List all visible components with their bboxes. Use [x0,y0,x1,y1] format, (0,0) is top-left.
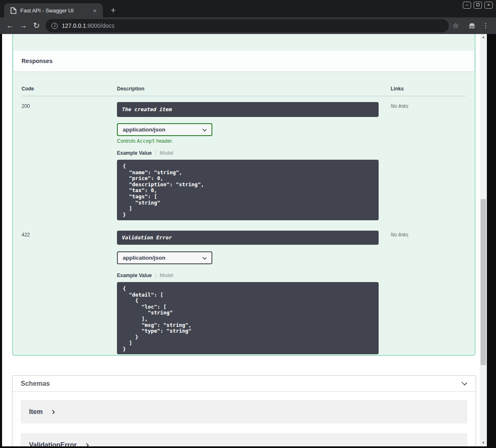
column-header-code: Code [22,86,117,92]
maximize-button[interactable] [474,2,482,9]
example-json-code: { "detail": [ { "loc": [ "string" ], "ms… [123,286,379,353]
media-type-select[interactable]: application/json [117,251,212,264]
response-row-422: 422 Validation Error application/json Ex… [22,225,466,354]
titlebar: Fast API - Swagger UI × + – × [0,0,496,17]
example-json-code: { "name": "string", "price": 0, "descrip… [123,163,379,218]
browser-window: Fast API - Swagger UI × + – × ← → ↻ i 12… [0,0,496,448]
maximize-icon [477,3,479,6]
response-code: 422 [22,231,117,354]
post-opblock: Responses Code Description Links 200 The… [12,34,475,355]
address-bar[interactable]: i 127.0.0.1:8000/docs [46,19,449,32]
chevron-down-icon [202,127,207,131]
close-button[interactable]: × [484,2,493,9]
scrollbar-thumb[interactable] [481,199,486,365]
tab-example-value[interactable]: Example Value [117,150,152,156]
responses-section-header: Responses [13,51,474,71]
column-header-links: Links [391,86,466,92]
schemas-section: Schemas Item ValidationError [12,375,476,446]
chevron-down-icon[interactable] [462,380,467,386]
column-header-description: Description [117,86,391,92]
forward-button[interactable]: → [17,17,30,34]
model-name: Item [29,408,43,416]
model-item[interactable]: Item [21,400,467,424]
model-validationerror[interactable]: ValidationError [21,433,467,446]
chevron-right-icon [85,443,89,446]
tab-close-icon[interactable]: × [92,7,98,14]
browser-tab[interactable]: Fast API - Swagger UI × [4,3,103,17]
responses-table: Code Description Links 200 The created i… [22,71,466,354]
url-text: 127.0.0.1:8000/docs [62,22,114,29]
media-type-value: application/json [123,255,165,261]
new-tab-button[interactable]: + [108,5,119,16]
swagger-page: Responses Code Description Links 200 The… [2,34,487,446]
accept-header-note: Controls Accept header. [117,138,391,144]
accept-code: Accept [137,138,155,144]
response-description-cell: Validation Error application/json Exampl… [117,231,391,354]
tab-divider [156,150,156,156]
example-model-tabs: Example Value Model [117,150,391,156]
reload-button[interactable]: ↻ [30,17,43,34]
incognito-icon [468,17,477,34]
example-model-tabs: Example Value Model [117,272,391,278]
back-button[interactable]: ← [3,17,17,34]
tab-title: Fast API - Swagger UI [20,7,92,14]
example-json-block: { "detail": [ { "loc": [ "string" ], "ms… [117,282,379,354]
responses-table-header: Code Description Links [22,71,466,96]
response-links: No links [391,102,466,220]
model-name: ValidationError [29,441,77,447]
chevron-down-icon [202,256,207,260]
bookmark-star-icon[interactable]: ☆ [452,17,460,34]
tab-divider [156,273,156,278]
browser-menu-icon[interactable]: ⋮ [482,17,489,34]
schemas-body: Item ValidationError [12,392,476,446]
chevron-right-icon [51,409,55,414]
example-json-block: { "name": "string", "price": 0, "descrip… [117,160,379,220]
browser-toolbar: ← → ↻ i 127.0.0.1:8000/docs ☆ ⋮ [0,17,496,34]
page-scrollbar[interactable]: ▲ ▼ [480,34,487,446]
response-code: 200 [22,102,117,220]
minimize-button[interactable]: – [463,2,471,9]
responses-title: Responses [22,58,53,64]
scroll-down-icon[interactable]: ▼ [480,440,487,446]
schemas-header[interactable]: Schemas [12,376,476,392]
window-controls: – × [463,2,493,9]
tab-model[interactable]: Model [160,273,173,278]
url-path: :8000/docs [86,22,114,29]
site-info-icon[interactable]: i [51,23,58,29]
tab-example-value[interactable]: Example Value [117,273,152,278]
response-description-cell: The created item application/json Contro… [117,102,391,220]
media-type-value: application/json [123,127,165,133]
schemas-title: Schemas [21,380,50,387]
url-host: 127.0.0.1 [62,22,86,29]
tab-model[interactable]: Model [160,150,173,156]
response-links: No links [391,231,466,354]
response-row-200: 200 The created item application/json Co… [22,96,466,220]
media-type-select[interactable]: application/json [117,123,212,136]
page-favicon-icon [10,7,17,14]
response-description-box: Validation Error [117,231,379,245]
scroll-up-icon[interactable]: ▲ [480,34,487,41]
response-description-box: The created item [117,102,379,117]
